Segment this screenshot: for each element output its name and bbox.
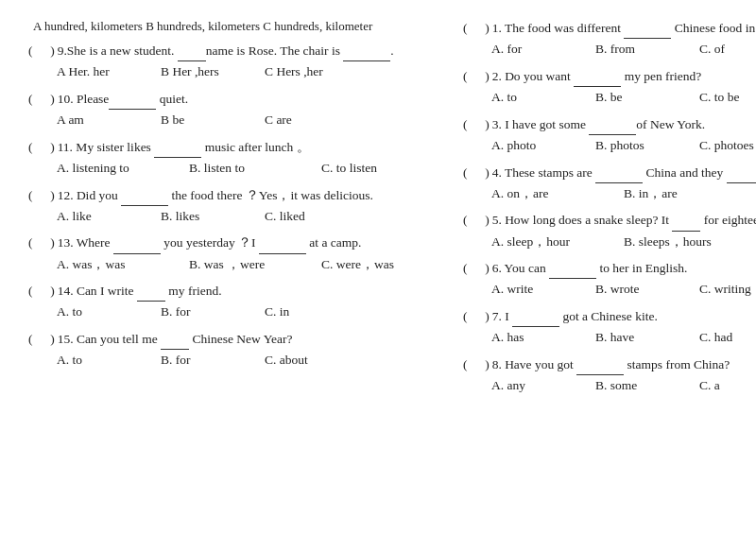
question-r8: ( ) 8. Have you got stamps from China? A… xyxy=(463,355,756,396)
right-column: ( ) 1. The food was different Chinese fo… xyxy=(463,19,756,402)
rq4-opt-a: A. on，are xyxy=(491,183,624,204)
rq7-blank xyxy=(512,307,559,327)
question-15: ( ) 15. Can you tell me Chinese New Year… xyxy=(28,330,454,371)
q15-opts: A. to B. for C. about xyxy=(28,350,454,371)
rq3-text: 3. I have got some of New York. xyxy=(492,115,756,135)
q10-open-paren: ( xyxy=(28,90,38,109)
rq8-opt-a: A. any xyxy=(491,375,595,396)
rq6-opt-a: A. write xyxy=(491,279,595,300)
q12-text: 12. Did you the food there ？Yes，it was d… xyxy=(58,186,454,206)
rq7-opts: A. has B. have C. had xyxy=(463,327,756,348)
q14-close-paren: ) xyxy=(41,282,55,301)
q13-opts: A. was，was B. was ，were C. were，was xyxy=(28,254,454,275)
q14-open-paren: ( xyxy=(28,282,38,301)
q11-opts: A. listening to B. listen to C. to liste… xyxy=(28,158,454,179)
rq3-line: ( ) 3. I have got some of New York. xyxy=(463,115,756,135)
q13-open-paren: ( xyxy=(28,233,38,252)
rq8-close-paren: ) xyxy=(475,355,490,374)
question-10: ( ) 10. Please quiet. A am B be C are xyxy=(28,90,454,130)
rq8-opts: A. any B. some C. a xyxy=(463,375,756,396)
q9-open-paren: ( xyxy=(28,42,38,60)
q10-line: ( ) 10. Please quiet. xyxy=(28,90,454,110)
rq5-text: 5. How long does a snake sleep? It for e… xyxy=(492,211,756,231)
rq8-text: 8. Have you got stamps from China? xyxy=(492,355,756,375)
rq6-opt-b: B. wrote xyxy=(595,279,699,300)
rq4-close-paren: ) xyxy=(475,164,490,182)
q12-opts: A. like B. likes C. liked xyxy=(28,206,454,227)
rq4-opt-b: B. in，are xyxy=(624,183,756,204)
q15-open-paren: ( xyxy=(28,330,38,349)
rq2-opt-a: A. to xyxy=(491,87,595,108)
left-column: A hundred, kilometers B hundreds, kilome… xyxy=(28,19,454,402)
rq2-open-paren: ( xyxy=(463,67,472,86)
question-r2: ( ) 2. Do you want my pen friend? A. to … xyxy=(463,67,756,108)
rq5-line: ( ) 5. How long does a snake sleep? It f… xyxy=(463,211,756,231)
q9-blank2 xyxy=(343,42,390,61)
rq7-opt-c: C. had xyxy=(699,327,756,348)
q13-line: ( ) 13. Where you yesterday ？I at a camp… xyxy=(28,233,454,253)
q10-text: 10. Please quiet. xyxy=(58,90,454,110)
q14-opt-b: B. for xyxy=(161,302,265,322)
rq1-opt-c: C. of xyxy=(699,39,756,60)
q13-opt-c: C. were，was xyxy=(321,254,454,275)
rq4-line: ( ) 4. These stamps are China and they f… xyxy=(463,164,756,183)
q11-close-paren: ) xyxy=(41,138,55,157)
q10-opts: A am B be C are xyxy=(28,110,454,130)
rq3-opts: A. photo B. photos C. photoes xyxy=(463,135,756,156)
q14-text: 14. Can I write my friend. xyxy=(58,282,454,302)
rq7-close-paren: ) xyxy=(475,307,490,326)
q13-opt-b: B. was ，were xyxy=(189,254,321,275)
q15-close-paren: ) xyxy=(41,330,55,349)
q11-opt-c: C. to listen xyxy=(321,158,454,179)
question-r3: ( ) 3. I have got some of New York. A. p… xyxy=(463,115,756,156)
rq3-opt-c: C. photoes xyxy=(699,135,756,156)
q15-opt-b: B. for xyxy=(161,350,265,371)
q13-close-paren: ) xyxy=(41,233,55,252)
rq2-opt-b: B. be xyxy=(595,87,699,108)
rq7-opt-b: B. have xyxy=(595,327,699,348)
rq2-line: ( ) 2. Do you want my pen friend? xyxy=(463,67,756,87)
question-r6: ( ) 6. You can to her in English. A. wri… xyxy=(463,259,756,300)
q11-blank xyxy=(154,138,201,158)
rq2-close-paren: ) xyxy=(475,67,490,86)
rq4-opts: A. on，are B. in，are C. from，are xyxy=(463,183,756,204)
rq7-open-paren: ( xyxy=(463,307,472,326)
rq1-text: 1. The food was different Chinese food i… xyxy=(492,19,756,39)
rq6-opt-c: C. writing xyxy=(699,279,756,300)
q10-opt-a: A am xyxy=(57,110,161,130)
question-12: ( ) 12. Did you the food there ？Yes，it w… xyxy=(28,186,454,227)
rq2-text: 2. Do you want my pen friend? xyxy=(492,67,756,87)
rq8-blank xyxy=(576,355,624,375)
q13-text: 13. Where you yesterday ？I at a camp. xyxy=(58,233,454,253)
q15-text: 15. Can you tell me Chinese New Year? xyxy=(58,330,454,350)
q12-line: ( ) 12. Did you the food there ？Yes，it w… xyxy=(28,186,454,206)
question-r7: ( ) 7. I got a Chinese kite. A. has B. h… xyxy=(463,307,756,348)
rq7-opt-a: A. has xyxy=(491,327,595,348)
rq1-close-paren: ) xyxy=(475,19,490,38)
question-r5: ( ) 5. How long does a snake sleep? It f… xyxy=(463,211,756,251)
q13-blank2 xyxy=(259,233,306,253)
q14-opts: A. to B. for C. in xyxy=(28,302,454,322)
q9-opt-c: C Hers ,her xyxy=(265,61,369,82)
q13-blank1 xyxy=(113,233,161,253)
rq3-close-paren: ) xyxy=(475,115,490,134)
rq4-blank2 xyxy=(727,164,756,183)
rq1-opt-a: A. for xyxy=(491,39,595,60)
rq4-open-paren: ( xyxy=(463,164,472,182)
q9-blank1 xyxy=(178,42,206,61)
rq6-text: 6. You can to her in English. xyxy=(492,259,756,279)
rq8-opt-c: C. a xyxy=(699,375,756,396)
rq2-opt-c: C. to be xyxy=(699,87,756,108)
q9-close-paren: ) xyxy=(41,42,55,60)
question-r4: ( ) 4. These stamps are China and they f… xyxy=(463,164,756,204)
rq8-line: ( ) 8. Have you got stamps from China? xyxy=(463,355,756,375)
rq3-blank xyxy=(589,115,636,135)
question-11: ( ) 11. My sister likes music after lunc… xyxy=(28,138,454,179)
rq7-line: ( ) 7. I got a Chinese kite. xyxy=(463,307,756,327)
rq5-blank1 xyxy=(672,211,700,231)
q14-line: ( ) 14. Can I write my friend. xyxy=(28,282,454,302)
q10-blank xyxy=(109,90,156,110)
q14-blank xyxy=(137,282,165,302)
q10-opt-c: C are xyxy=(265,110,369,130)
rq3-opt-b: B. photos xyxy=(595,135,699,156)
